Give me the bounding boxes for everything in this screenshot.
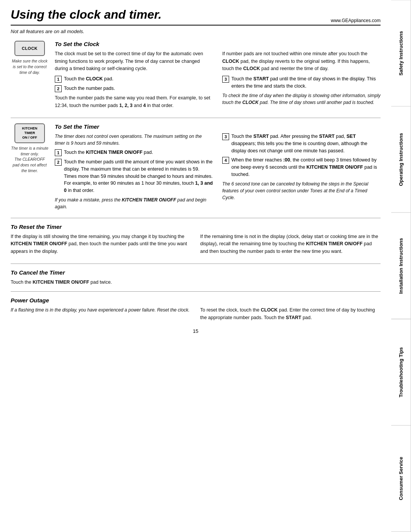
timer-italic-note2: If you make a mistake, press the KITCHEN… — [55, 197, 213, 210]
timer-step3-num: 3 — [222, 133, 229, 140]
clock-step2-num: 2 — [55, 85, 62, 92]
timer-icon-caption: The timer is a minute timer only. The CL… — [11, 145, 49, 173]
timer-step-4: 4 When the timer reaches :00, the contro… — [222, 157, 381, 178]
reset-timer-left-text: If the display is still showing the time… — [11, 233, 191, 255]
timer-step3-text: Touch the START pad. After pressing the … — [231, 133, 381, 154]
timer-right-col: 3 Touch the START pad. After pressing th… — [222, 133, 381, 212]
clock-step2-text: Touch the number pads. — [64, 85, 115, 92]
timer-step1-num: 1 — [55, 149, 62, 156]
clock-step-3: 3 Touch the START pad until the time of … — [222, 75, 381, 90]
subtitle: Not all features are on all models. — [11, 28, 381, 35]
page-number: 15 — [11, 328, 381, 334]
reset-timer-heading: To Reset the Timer — [11, 224, 381, 230]
cancel-timer-text: Touch the KITCHEN TIMER ON/OFF pad twice… — [11, 279, 381, 286]
reset-timer-section: To Reset the Timer If the display is sti… — [11, 224, 381, 258]
clock-step3-text: Touch the START pad until the time of da… — [231, 75, 381, 90]
timer-icon-label-1: KITCHEN — [22, 126, 37, 131]
clock-two-col: The clock must be set to the correct tim… — [55, 50, 381, 112]
clock-step-1: 1 Touch the CLOCK pad. — [55, 75, 213, 83]
clock-content: To Set the Clock The clock must be set t… — [55, 41, 381, 112]
title-row: Using the clock and timer. www.GEApplian… — [11, 8, 381, 26]
clock-icon-area: CLOCK Make sure the clock is set to the … — [11, 41, 49, 112]
timer-italic-note1: The timer does not control oven operatio… — [55, 133, 213, 147]
timer-italic-note3: The 6 second tone can be canceled by fol… — [222, 181, 381, 201]
clock-number-note: Touch the number pads the same way you r… — [55, 94, 213, 109]
clock-icon-caption: Make sure the clock is set to the correc… — [11, 58, 49, 75]
page-wrapper: Safety Instructions Operating Instructio… — [0, 0, 411, 532]
power-outage-section: Power Outage If a flashing time is in th… — [11, 297, 381, 324]
reset-timer-right-text: If the remaining time is not in the disp… — [200, 233, 381, 255]
clock-icon-box: CLOCK — [14, 41, 45, 56]
clock-heading: To Set the Clock — [55, 41, 381, 47]
tab-safety-instructions[interactable]: Safety Instructions — [391, 0, 411, 106]
sidebar-tabs: Safety Instructions Operating Instructio… — [391, 0, 411, 532]
power-outage-italic-note: If a flashing time is in the display, yo… — [11, 307, 191, 313]
divider-3 — [11, 264, 381, 264]
clock-step1-num: 1 — [55, 76, 62, 83]
timer-heading: To Set the Timer — [55, 123, 381, 130]
cancel-timer-heading: To Cancel the Timer — [11, 269, 381, 276]
cancel-timer-section: To Cancel the Timer Touch the KITCHEN TI… — [11, 269, 381, 286]
power-outage-right-col: To reset the clock, touch the CLOCK pad.… — [200, 307, 381, 324]
reset-timer-left-col: If the display is still showing the time… — [11, 233, 191, 258]
power-outage-two-col: If a flashing time is in the display, yo… — [11, 307, 381, 324]
timer-content: To Set the Timer The timer does not cont… — [55, 123, 381, 212]
clock-right-col: If number pads are not touched within on… — [222, 50, 381, 112]
timer-step2-text: Touch the number pads until the amount o… — [64, 158, 213, 194]
clock-right-para1: If number pads are not touched within on… — [222, 50, 381, 72]
divider-1 — [11, 118, 381, 118]
timer-step1-text: Touch the KITCHEN TIMER ON/OFF pad. — [64, 149, 153, 156]
power-outage-heading: Power Outage — [11, 297, 381, 304]
timer-left-col: The timer does not control oven operatio… — [55, 133, 213, 212]
clock-step-2: 2 Touch the number pads. — [55, 85, 213, 92]
tab-troubleshooting-tips[interactable]: Troubleshooting Tips — [391, 319, 411, 426]
divider-2 — [11, 218, 381, 218]
main-content: Using the clock and timer. www.GEApplian… — [0, 0, 391, 343]
clock-step1-text: Touch the CLOCK pad. — [64, 75, 113, 83]
tab-installation-instructions[interactable]: Installation Instructions — [391, 212, 411, 319]
tab-consumer-service[interactable]: Consumer Service — [391, 425, 411, 532]
power-outage-right-text: To reset the clock, touch the CLOCK pad.… — [200, 307, 381, 321]
timer-icon-area: KITCHEN TIMER ON / OFF The timer is a mi… — [11, 123, 49, 212]
page-title: Using the clock and timer. — [11, 8, 162, 22]
timer-step4-num: 4 — [222, 157, 229, 164]
timer-icon-label-2: TIMER — [24, 131, 35, 136]
timer-two-col: The timer does not control oven operatio… — [55, 133, 381, 212]
clock-italic-note: To check the time of day when the displa… — [222, 92, 381, 106]
timer-caption-1: The timer is a minute timer only. — [11, 146, 48, 156]
timer-step-1: 1 Touch the KITCHEN TIMER ON/OFF pad. — [55, 149, 213, 156]
timer-step-2: 2 Touch the number pads until the amount… — [55, 158, 213, 194]
timer-section: KITCHEN TIMER ON / OFF The timer is a mi… — [11, 123, 381, 212]
clock-left-col: The clock must be set to the correct tim… — [55, 50, 213, 112]
clock-intro: The clock must be set to the correct tim… — [55, 50, 213, 72]
timer-step4-text: When the timer reaches :00, the control … — [231, 157, 381, 178]
reset-timer-right-col: If the remaining time is not in the disp… — [200, 233, 381, 258]
clock-step3-num: 3 — [222, 76, 229, 83]
clock-icon-label: CLOCK — [22, 46, 38, 51]
divider-4 — [11, 291, 381, 292]
website-url: www.GEAppliances.com — [331, 18, 381, 23]
timer-icon-label-3: ON / OFF — [22, 136, 37, 140]
timer-caption-2: The CLEAR/OFF pad does not affect the ti… — [13, 157, 46, 173]
power-outage-left-col: If a flashing time is in the display, yo… — [11, 307, 191, 324]
timer-icon-box: KITCHEN TIMER ON / OFF — [14, 123, 45, 143]
timer-step2-num: 2 — [55, 159, 62, 166]
reset-timer-two-col: If the display is still showing the time… — [11, 233, 381, 258]
timer-step-3: 3 Touch the START pad. After pressing th… — [222, 133, 381, 154]
clock-section: CLOCK Make sure the clock is set to the … — [11, 41, 381, 112]
tab-operating-instructions[interactable]: Operating Instructions — [391, 106, 411, 213]
